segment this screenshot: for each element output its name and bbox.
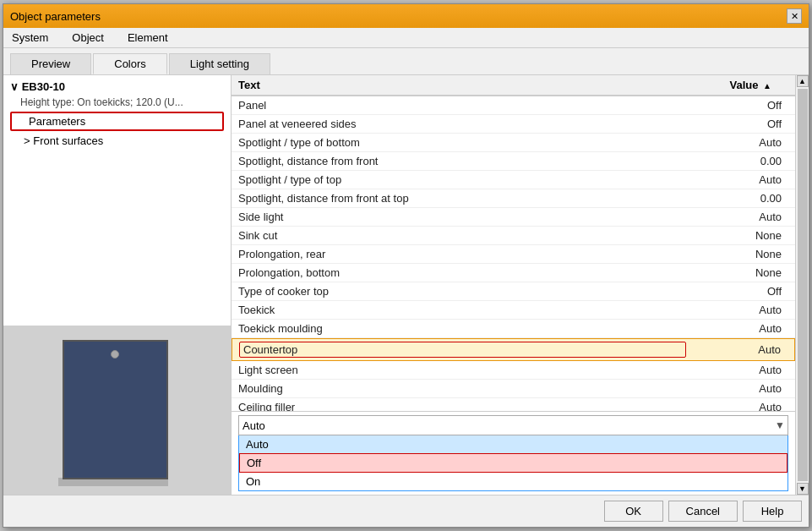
scroll-down-button[interactable]: ▼ — [797, 483, 809, 495]
tree-root[interactable]: ∨ EB30-10 — [7, 79, 227, 95]
footer-buttons: OK Cancel Help — [3, 495, 809, 527]
table-row[interactable]: Spotlight / type of top Auto — [232, 171, 795, 189]
table-area: Text Value ▲ Panel Off Panel at — [232, 75, 795, 495]
ok-button[interactable]: OK — [604, 501, 663, 522]
row-value: Auto — [687, 382, 788, 395]
row-label: Spotlight, distance from front — [238, 155, 687, 167]
scroll-up-button[interactable]: ▲ — [797, 75, 809, 87]
dropdown-options: Auto Off On — [238, 435, 788, 491]
close-button[interactable]: ✕ — [787, 8, 802, 24]
row-value: Auto — [687, 322, 788, 335]
row-label: Light screen — [238, 364, 687, 376]
help-button[interactable]: Help — [743, 501, 802, 522]
tree-root-label: EB30-10 — [22, 80, 65, 93]
row-value: Off — [687, 285, 788, 298]
row-label: Spotlight / type of bottom — [238, 136, 687, 149]
row-value: Off — [687, 99, 788, 112]
table-row[interactable]: Toekick Auto — [232, 301, 795, 320]
tree-front-icon: > — [24, 134, 33, 147]
dropdown-option-off[interactable]: Off — [239, 453, 787, 473]
table-row[interactable]: Sink cut None — [232, 227, 795, 245]
cabinet-handle — [111, 350, 119, 359]
row-label: Ceiling filler — [238, 401, 687, 411]
table-row[interactable]: Spotlight, distance from front at top 0.… — [232, 189, 795, 208]
right-panel: Text Value ▲ Panel Off Panel at — [232, 75, 809, 495]
value-dropdown[interactable]: Auto Off On — [238, 415, 788, 435]
table-row[interactable]: Spotlight / type of bottom Auto — [232, 134, 795, 152]
table-row[interactable]: Prolongation, bottom None — [232, 264, 795, 282]
row-value: None — [687, 248, 788, 260]
title-bar: Object parameters ✕ — [3, 4, 809, 28]
row-value: 0.00 — [687, 155, 788, 167]
table-row[interactable]: Side light Auto — [232, 208, 795, 227]
tab-preview[interactable]: Preview — [10, 53, 91, 74]
table-row[interactable]: Prolongation, rear None — [232, 245, 795, 264]
dialog-title: Object parameters — [10, 10, 101, 23]
sort-arrow-icon: ▲ — [763, 81, 771, 90]
header-value: Value ▲ — [687, 79, 788, 91]
row-label: Toekick moulding — [238, 322, 687, 335]
dropdown-option-on[interactable]: On — [239, 473, 787, 490]
tab-colors[interactable]: Colors — [93, 53, 167, 74]
preview-box — [3, 326, 231, 495]
left-panel: ∨ EB30-10 Height type: On toekicks; 120.… — [3, 75, 232, 495]
row-value: None — [687, 266, 788, 279]
dropdown-option-auto[interactable]: Auto — [239, 435, 787, 453]
row-value: 0.00 — [687, 192, 788, 205]
row-label: Panel — [238, 99, 687, 112]
main-content: ∨ EB30-10 Height type: On toekicks; 120.… — [3, 75, 809, 495]
table-row[interactable]: Spotlight, distance from front 0.00 — [232, 152, 795, 171]
dropdown-container: Auto Off On ▼ — [238, 415, 788, 435]
tree-parameters[interactable]: Parameters — [10, 112, 224, 131]
tree-front-surfaces[interactable]: > Front surfaces — [7, 133, 227, 149]
menu-object[interactable]: Object — [67, 30, 109, 46]
row-value: Auto — [687, 401, 788, 411]
row-value: Auto — [687, 211, 788, 223]
row-label: Sink cut — [238, 229, 687, 242]
row-value: Off — [687, 118, 788, 130]
row-value: Auto — [687, 364, 788, 376]
table-body[interactable]: Panel Off Panel at veneered sides Off Sp… — [232, 96, 795, 411]
row-value: Auto — [687, 136, 788, 149]
row-value: None — [687, 229, 788, 242]
row-label: Moulding — [238, 382, 687, 395]
row-label: Side light — [238, 211, 687, 223]
tabs-bar: Preview Colors Light setting — [3, 48, 809, 75]
menu-element[interactable]: Element — [123, 30, 173, 46]
menu-system[interactable]: System — [7, 30, 53, 46]
row-label: Countertop — [239, 342, 686, 358]
cancel-button[interactable]: Cancel — [668, 501, 738, 522]
row-label: Spotlight, distance from front at top — [238, 192, 687, 205]
table-row[interactable]: Toekick moulding Auto — [232, 320, 795, 338]
table-row[interactable]: Type of cooker top Off — [232, 282, 795, 301]
table-row[interactable]: Light screen Auto — [232, 361, 795, 380]
tree-front-label: Front surfaces — [33, 134, 103, 147]
table-header: Text Value ▲ — [232, 75, 795, 96]
row-label: Type of cooker top — [238, 285, 687, 298]
preview-image — [50, 334, 185, 486]
row-value: Auto — [686, 343, 787, 356]
cabinet-shape — [63, 340, 168, 479]
table-row[interactable]: Moulding Auto — [232, 380, 795, 398]
menu-bar: System Object Element — [3, 28, 809, 48]
scroll-thumb[interactable] — [798, 89, 808, 481]
row-value: Auto — [687, 304, 788, 316]
table-row-countertop[interactable]: Countertop Auto — [232, 338, 795, 361]
row-label: Panel at veneered sides — [238, 118, 687, 130]
row-label: Toekick — [238, 304, 687, 316]
bottom-panel: Auto Off On ▼ Auto Off On — [232, 411, 795, 495]
table-row[interactable]: Panel at veneered sides Off — [232, 115, 795, 134]
header-text: Text — [238, 79, 687, 91]
row-label: Prolongation, rear — [238, 248, 687, 260]
tree-area: ∨ EB30-10 Height type: On toekicks; 120.… — [3, 75, 231, 326]
row-label: Spotlight / type of top — [238, 173, 687, 186]
row-value: Auto — [687, 173, 788, 186]
tree-root-icon: ∨ — [10, 80, 22, 93]
scrollbar[interactable]: ▲ ▼ — [795, 75, 809, 495]
table-row[interactable]: Ceiling filler Auto — [232, 398, 795, 411]
tree-subtitle: Height type: On toekicks; 120.0 (U... — [7, 95, 227, 110]
right-panel-inner: Text Value ▲ Panel Off Panel at — [232, 75, 809, 495]
row-label: Prolongation, bottom — [238, 266, 687, 279]
tab-light-setting[interactable]: Light setting — [169, 53, 270, 74]
table-row[interactable]: Panel Off — [232, 96, 795, 115]
